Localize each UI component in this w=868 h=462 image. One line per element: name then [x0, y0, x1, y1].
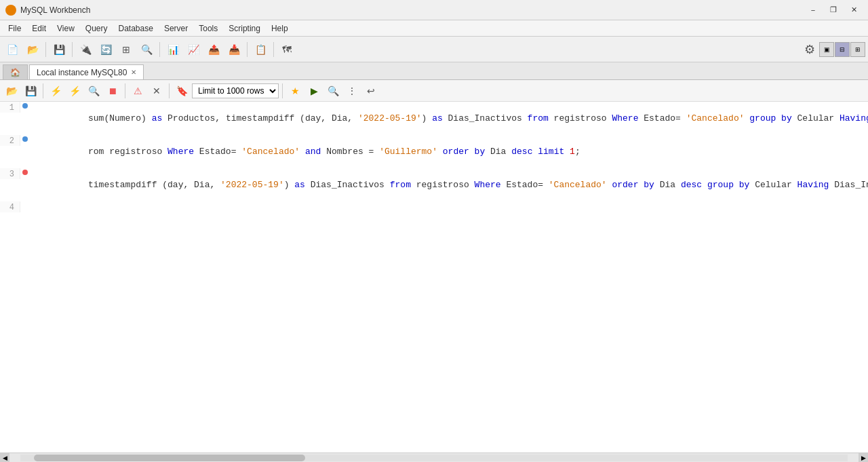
- blue-dot-1: [22, 103, 28, 109]
- horizontal-scrollbar[interactable]: ◀ ▶: [0, 453, 868, 462]
- star-button[interactable]: ★: [286, 82, 304, 100]
- eer-diagram-button[interactable]: 🗺: [277, 40, 296, 59]
- blue-dot-2: [22, 136, 28, 142]
- line-content-3[interactable]: timestampdiff (day, Dia, '2022-05-19') a…: [30, 168, 868, 201]
- line-number-1: 1: [0, 102, 20, 113]
- reconnect-button[interactable]: 🔄: [96, 40, 115, 59]
- stop-button[interactable]: ⏹: [104, 82, 121, 100]
- settings-button[interactable]: ⚙: [800, 40, 819, 59]
- schema-inspector-button[interactable]: 🔍: [137, 40, 156, 59]
- window-controls: − ❐ ✕: [804, 1, 863, 19]
- code-line-4: 4: [0, 201, 868, 215]
- layout-buttons: ▣ ⊟ ⊞: [819, 42, 865, 57]
- run-button[interactable]: ▶: [305, 82, 323, 100]
- home-icon: 🏠: [10, 68, 20, 77]
- line-number-2: 2: [0, 135, 20, 146]
- line-indicator-1: [20, 102, 30, 109]
- menu-view[interactable]: View: [52, 22, 80, 35]
- connection-tab[interactable]: Local instance MySQL80 ✕: [29, 64, 144, 79]
- code-line-2: 2 rom registroso Where Estado= 'Cancelad…: [0, 135, 868, 168]
- line-content-2[interactable]: rom registroso Where Estado= 'Cancelado'…: [30, 135, 868, 168]
- bookmarks-button[interactable]: 🔖: [173, 82, 191, 100]
- minimize-button[interactable]: −: [804, 1, 822, 19]
- sql-sep-1: [43, 83, 43, 98]
- connection-tab-label: Local instance MySQL80: [37, 68, 127, 77]
- open-connection-button[interactable]: 🔌: [76, 40, 95, 59]
- menu-tools[interactable]: Tools: [193, 22, 223, 35]
- close-button[interactable]: ✕: [845, 1, 863, 19]
- toolbar-separator-2: [72, 42, 73, 57]
- menu-scripting[interactable]: Scripting: [223, 22, 266, 35]
- scroll-thumb[interactable]: [34, 455, 305, 461]
- open-file-button[interactable]: 📂: [23, 40, 42, 59]
- title-bar: MySQL Workbench − ❐ ✕: [0, 0, 868, 20]
- toolbar-separator-4: [247, 42, 248, 57]
- save-script-button[interactable]: 💾: [22, 82, 39, 100]
- layout-btn-1[interactable]: ▣: [819, 42, 834, 57]
- line-content-1[interactable]: sum(Numero) as Productos, timestampdiff …: [30, 102, 868, 135]
- toolbar-right: ⚙ ▣ ⊟ ⊞: [800, 40, 865, 59]
- query-stats-button[interactable]: 📋: [251, 40, 270, 59]
- import-button[interactable]: 📥: [224, 40, 243, 59]
- save-button[interactable]: 💾: [50, 40, 68, 59]
- menu-edit[interactable]: Edit: [26, 22, 52, 35]
- toolbar-separator-5: [273, 42, 274, 57]
- tabs-bar: 🏠 Local instance MySQL80 ✕: [0, 62, 868, 80]
- limit-select[interactable]: Limit to 1000 rows: [192, 83, 279, 98]
- explain-button[interactable]: 🔍: [85, 82, 102, 100]
- code-line-1: 1 sum(Numero) as Productos, timestampdif…: [0, 102, 868, 135]
- line-number-4: 4: [0, 201, 20, 212]
- manage-connections-button[interactable]: ⊞: [117, 40, 136, 59]
- menu-server[interactable]: Server: [159, 22, 193, 35]
- sql-sep-4: [282, 83, 283, 98]
- menu-help[interactable]: Help: [266, 22, 294, 35]
- code-line-3: 3 timestampdiff (day, Dia, '2022-05-19')…: [0, 168, 868, 201]
- toolbar-separator-3: [159, 42, 160, 57]
- connection-tab-close[interactable]: ✕: [131, 69, 136, 76]
- line-indicator-4: [20, 201, 30, 203]
- code-editor[interactable]: 1 sum(Numero) as Productos, timestampdif…: [0, 102, 868, 453]
- export-button[interactable]: 📤: [204, 40, 223, 59]
- layout-btn-2[interactable]: ⊟: [835, 42, 850, 57]
- zoom-button[interactable]: 🔍: [324, 82, 342, 100]
- line-content-4[interactable]: [30, 201, 868, 214]
- layout-btn-3[interactable]: ⊞: [850, 42, 865, 57]
- code-lines: 1 sum(Numero) as Productos, timestampdif…: [0, 102, 868, 453]
- editor-area: 📂 💾 ⚡ ⚡ 🔍 ⏹ ⚠ ✕ 🔖 Limit to 1000 rows ★ ▶…: [0, 80, 868, 462]
- home-tab[interactable]: 🏠: [3, 64, 28, 79]
- main-toolbar: 📄 📂 💾 🔌 🔄 ⊞ 🔍 📊 📈 📤 📥 📋 🗺 ⚙ ▣ ⊟ ⊞: [0, 37, 868, 62]
- red-dot-3: [22, 170, 28, 175]
- scroll-right-arrow[interactable]: ▶: [859, 453, 868, 463]
- sql-sep-3: [169, 83, 170, 98]
- toolbar-separator-1: [45, 42, 46, 57]
- app-icon: [5, 5, 16, 16]
- cancel-button[interactable]: ✕: [148, 82, 165, 100]
- execute-selection-button[interactable]: ⚡: [66, 82, 83, 100]
- maximize-button[interactable]: ❐: [825, 1, 842, 19]
- app-title: MySQL Workbench: [20, 5, 804, 15]
- menu-database[interactable]: Database: [113, 22, 159, 35]
- line-indicator-2: [20, 135, 30, 142]
- sql-toolbar: 📂 💾 ⚡ ⚡ 🔍 ⏹ ⚠ ✕ 🔖 Limit to 1000 rows ★ ▶…: [0, 80, 868, 102]
- sql-sep-2: [125, 83, 125, 98]
- scroll-left-arrow[interactable]: ◀: [0, 453, 9, 463]
- wrap-button[interactable]: ↩: [362, 82, 380, 100]
- table-inspector-button[interactable]: 📊: [163, 40, 182, 59]
- toggle-output-button[interactable]: ⚠: [129, 82, 146, 100]
- line-number-3: 3: [0, 168, 20, 179]
- execute-button[interactable]: ⚡: [47, 82, 64, 100]
- open-script-button[interactable]: 📂: [3, 82, 20, 100]
- line-indicator-3: [20, 168, 30, 175]
- menu-bar: File Edit View Query Database Server Too…: [0, 20, 868, 37]
- menu-file[interactable]: File: [3, 22, 26, 35]
- scroll-track[interactable]: [20, 455, 848, 461]
- menu-query[interactable]: Query: [80, 22, 113, 35]
- columns-button[interactable]: ⋮: [343, 82, 361, 100]
- performance-button[interactable]: 📈: [184, 40, 203, 59]
- new-file-button[interactable]: 📄: [3, 40, 22, 59]
